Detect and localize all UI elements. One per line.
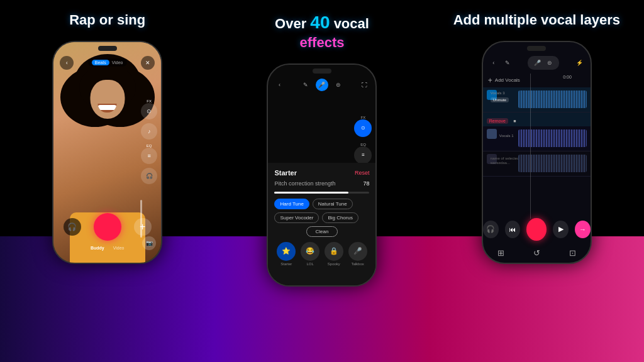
phone2-natural-tune-btn[interactable]: Natural Tune <box>313 199 353 209</box>
phone3-track-vocals3: Vocals 3 Unmute <box>483 87 591 112</box>
phone1-headphone-group: 🎧 <box>141 168 157 184</box>
phone1-plus-button[interactable]: + <box>134 218 152 236</box>
phone3-add-vocals-row: + Add Vocals 0:00 <box>483 74 591 87</box>
phone1-camera-button[interactable]: 📷 <box>142 236 156 250</box>
phone3-named-track-controls: name of selected saosedaa... <box>487 154 518 173</box>
phone2-pitch-label: Pitch correction strength <box>274 180 335 187</box>
phone3-track-vocals1: Vocals 1 <box>483 126 591 151</box>
phone2-clean-btn[interactable]: Clean <box>306 226 338 237</box>
phone2-effects-row1: Hard Tune Natural Tune <box>274 199 369 209</box>
phone3-remove-red-dot: ■ <box>513 119 516 123</box>
phone3-back-icon[interactable]: ‹ <box>488 57 499 69</box>
phone2-nav-icons: ✎ 🎤 ⊜ <box>299 79 345 91</box>
phone2-mic-icon[interactable]: 🎤 <box>316 79 328 91</box>
phone2-category-label: Starter <box>274 169 296 177</box>
col1-header: Rap or sing <box>69 11 145 30</box>
phone3-track1-controls: Vocals 1 <box>487 129 518 148</box>
phone1-back-button[interactable]: ‹ <box>60 56 74 70</box>
phone2-lol-circle: 😂 <box>301 242 319 261</box>
phone2-edit-icon[interactable]: ✎ <box>299 79 312 91</box>
phone1-tab-beats[interactable]: Beats <box>92 60 109 65</box>
phone2-big-chorus-btn[interactable]: Big Chorus <box>322 212 358 223</box>
phone2-spooky-icon[interactable]: 🔒 Spooky <box>325 242 343 266</box>
phone3-playback-controls: 🎧 ⏮ ▶ → <box>483 218 591 241</box>
phone3-record-button[interactable] <box>526 218 547 241</box>
phone1-music-group: ♪ <box>141 123 157 140</box>
phone1-bottom-tab-video[interactable]: Video <box>113 246 125 250</box>
phone3-add-vocals-text[interactable]: Add Vocals <box>495 77 520 83</box>
phone3-time-marker: 0:00 <box>563 75 572 79</box>
phone3-mic-icon[interactable]: 🎤 <box>531 57 543 69</box>
phone1-music-icon[interactable]: ♪ <box>141 123 157 140</box>
phone2-tune-icon[interactable]: ⊜ <box>332 79 345 91</box>
phone2-pitch-slider[interactable] <box>274 192 369 194</box>
phone2-spooky-circle: 🔒 <box>325 242 343 261</box>
phone2-talkbox-circle: 🎤 <box>348 242 367 261</box>
phone2-fx-button[interactable]: ⊙ <box>354 119 372 137</box>
phone3-bolt-icon[interactable]: ⚡ <box>574 57 586 69</box>
phone3-plus-icon[interactable]: + <box>488 76 492 85</box>
phone1-tab-video[interactable]: Video <box>112 60 123 65</box>
phone2-lol-icon[interactable]: 😂 LOL <box>301 242 319 266</box>
phone3-unmute-button[interactable]: Unmute <box>491 97 509 102</box>
phone3-edit-icon[interactable]: ✎ <box>502 57 513 69</box>
phone3-time-line <box>530 74 531 219</box>
phone2-eq-button[interactable]: ≡ <box>354 146 372 164</box>
phone3-skip-back-icon[interactable]: ⏮ <box>505 221 521 238</box>
phone3-topbar: ‹ ✎ 🎤 ⊜ ⚡ <box>483 53 591 72</box>
phone2-controls-panel: Starter Reset Pitch correction strength … <box>268 163 375 285</box>
phone3-remove-button[interactable]: Remove <box>487 118 508 124</box>
phone2-starter-icon[interactable]: ⭐ Starter <box>277 242 296 266</box>
phone3-vocals1-label: Vocals 1 <box>499 134 514 138</box>
main-container: Rap or sing <box>0 0 644 362</box>
phone3-track-named: name of selected saosedaa... <box>483 151 591 177</box>
phone3-next-icon[interactable]: → <box>575 221 591 238</box>
face <box>90 80 125 119</box>
phone3-play-icon[interactable]: ▶ <box>553 221 569 238</box>
phone2-right-icons: FX ⊙ EQ ≡ <box>354 115 372 164</box>
phone3-headphone-icon[interactable]: 🎧 <box>483 221 499 238</box>
phone2-topbar: ‹ ✎ 🎤 ⊜ ⛶ <box>268 76 375 94</box>
phone2-talkbox-icon[interactable]: 🎤 Talkbox <box>348 242 367 266</box>
phone2-lol-label: LOL <box>306 262 313 266</box>
phone-2: ‹ ✎ 🎤 ⊜ ⛶ FX ⊙ EQ ≡ ∨ <box>267 63 377 287</box>
phone1-eq-group: EQ ≡ <box>141 143 157 164</box>
col2-effects: effects <box>300 35 345 50</box>
phone3-named-track-wave-visual <box>518 155 587 172</box>
phone3-crop-icon[interactable]: ⊡ <box>569 248 576 258</box>
phone-1: ‹ Beats Video ✕ FX ⊙ ♪ EQ ≡ <box>52 41 162 264</box>
phone2-back-icon[interactable]: ‹ <box>273 79 286 91</box>
phone2-reset-button[interactable]: Reset <box>355 170 370 176</box>
phone3-track3-waveform[interactable] <box>518 90 587 108</box>
col2-number: 40 <box>310 13 330 32</box>
phone3-track3-controls: Vocals 3 Unmute <box>487 90 518 109</box>
phone1-bottom-tab-buddy[interactable]: Buddy <box>91 246 104 250</box>
phone1-camera-icon-container: 📷 <box>142 236 156 250</box>
phone2-pitch-value: 78 <box>363 180 369 187</box>
phone1-right-icons: FX ⊙ ♪ EQ ≡ 🎧 <box>141 99 157 184</box>
col3-header: Add multiple vocal layers <box>453 11 620 30</box>
phone1-headphone-icon[interactable]: 🎧 <box>141 168 157 184</box>
phone2-super-vocoder-btn[interactable]: Super Vocoder <box>274 212 319 223</box>
phone2-pitch-row: Pitch correction strength 78 <box>274 180 369 187</box>
phone3-settings-icon[interactable]: ⊞ <box>497 248 504 258</box>
phone3-icon-group: 🎤 ⊜ <box>528 56 559 70</box>
phone1-record-button[interactable] <box>94 213 121 241</box>
phone3-tracks-area: + Add Vocals 0:00 Vocals 3 Unmute <box>483 74 591 219</box>
phone3-undo-icon[interactable]: ↺ <box>533 248 540 258</box>
phone3-named-track-waveform[interactable] <box>518 155 587 172</box>
phone3-tune-icon[interactable]: ⊜ <box>544 57 555 69</box>
col1-header-text: Rap or sing <box>69 12 145 28</box>
phone1-eq-icon[interactable]: ≡ <box>141 148 157 164</box>
phone3-track1-waveform[interactable] <box>518 129 587 147</box>
phone1-close-button[interactable]: ✕ <box>141 56 155 70</box>
phone2-expand-icon[interactable]: ⛶ <box>358 79 370 91</box>
phone2-hard-tune-btn[interactable]: Hard Tune <box>274 199 309 209</box>
mouth <box>98 104 117 112</box>
phone2-spooky-label: Spooky <box>328 262 340 266</box>
col3-header-text: Add multiple vocal layers <box>453 12 620 28</box>
phone1-tabs: Beats Video <box>88 58 127 67</box>
phone1-headphone-btn[interactable]: 🎧 <box>64 218 81 236</box>
phone2-starter-label: Starter <box>280 262 292 266</box>
phone1-fx-icon[interactable]: ⊙ <box>141 103 157 119</box>
